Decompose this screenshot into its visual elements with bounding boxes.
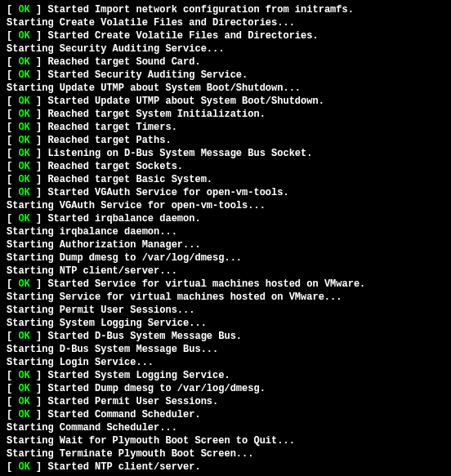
status-ok: OK [18, 213, 29, 225]
status-bracket-close: ] [30, 96, 48, 107]
status-bracket-open: [ [7, 109, 18, 120]
boot-log-line: Starting Authorization Manager... [7, 238, 444, 251]
boot-log-message: Starting NTP client/server... [7, 265, 177, 277]
boot-log-output: [ OK ] Started Import network configurat… [7, 3, 444, 474]
status-ok: OK [18, 96, 29, 107]
status-ok: OK [18, 187, 29, 198]
boot-log-line: Starting VGAuth Service for open-vm-tool… [7, 199, 444, 212]
boot-log-line: [ OK ] Started Security Auditing Service… [7, 69, 444, 82]
status-bracket-close: ] [30, 187, 48, 198]
boot-log-message: Starting Service for virtual machines ho… [7, 291, 342, 303]
boot-log-message: Starting Update UTMP about System Boot/S… [7, 82, 301, 94]
status-ok: OK [18, 30, 29, 42]
status-bracket-close: ] [30, 383, 48, 394]
status-bracket-close: ] [30, 135, 48, 146]
status-bracket-open: [ [7, 122, 18, 133]
boot-log-message: Started VGAuth Service for open-vm-tools… [47, 187, 288, 198]
boot-log-line: [ OK ] Started Create Volatile Files and… [7, 29, 444, 42]
boot-log-line: Starting Security Auditing Service... [7, 42, 444, 56]
boot-log-message: Started System Logging Service. [47, 370, 230, 381]
status-ok: OK [18, 174, 29, 185]
status-bracket-close: ] [30, 161, 48, 172]
status-ok: OK [18, 56, 29, 68]
boot-log-message: Started Create Volatile Files and Direct… [47, 30, 318, 42]
boot-log-line: Starting Update UTMP about System Boot/S… [7, 82, 444, 95]
boot-log-message: Started Service for virtual machines hos… [47, 278, 365, 290]
status-bracket-close: ] [30, 278, 48, 290]
boot-log-message: Starting Authorization Manager... [7, 239, 201, 251]
status-ok: OK [18, 278, 29, 290]
status-bracket-open: [ [7, 278, 18, 290]
boot-log-message: Starting Permit User Sessions... [7, 305, 194, 316]
status-bracket-open: [ [7, 187, 18, 198]
boot-log-line: Starting D-Bus System Message Bus... [7, 343, 444, 356]
boot-log-line: Starting irqbalance daemon... [7, 225, 444, 238]
boot-log-line: Starting Service for virtual machines ho… [7, 291, 444, 304]
boot-log-line: Starting Dump dmesg to /var/log/dmesg... [7, 251, 444, 265]
status-bracket-open: [ [7, 161, 18, 172]
boot-log-message: Reached target Sound Card. [47, 56, 200, 68]
status-bracket-open: [ [7, 135, 18, 146]
boot-log-line: [ OK ] Started Import network configurat… [7, 3, 444, 16]
status-bracket-close: ] [30, 148, 48, 159]
status-ok: OK [18, 4, 29, 16]
boot-log-message: Starting VGAuth Service for open-vm-tool… [7, 200, 266, 211]
status-ok: OK [18, 148, 29, 159]
boot-log-message: Reached target Sockets. [47, 161, 183, 172]
status-ok: OK [18, 122, 29, 133]
status-bracket-open: [ [7, 148, 18, 159]
boot-log-message: Reached target Basic System. [47, 174, 212, 185]
boot-log-line: [ OK ] Reached target Sockets. [7, 160, 444, 173]
boot-log-line: Starting Terminate Plymouth Boot Screen.… [7, 447, 444, 460]
boot-log-message: Started Dump dmesg to /var/log/dmesg. [47, 383, 265, 394]
boot-log-line: Starting Wait for Plymouth Boot Screen t… [7, 434, 444, 447]
boot-log-message: Started Command Scheduler. [47, 409, 200, 420]
boot-log-line: [ OK ] Started Service for virtual machi… [7, 278, 444, 291]
status-ok: OK [18, 69, 29, 81]
status-bracket-close: ] [30, 396, 48, 407]
boot-log-message: Reached target Paths. [47, 135, 171, 146]
status-ok: OK [18, 409, 29, 420]
status-bracket-close: ] [30, 370, 48, 381]
boot-log-message: Started Update UTMP about System Boot/Sh… [47, 96, 324, 107]
boot-log-message: Started Import network configuration fro… [47, 4, 353, 16]
boot-log-line: [ OK ] Reached target Basic System. [7, 173, 444, 186]
status-bracket-close: ] [30, 4, 48, 16]
status-ok: OK [18, 461, 29, 473]
status-ok: OK [18, 370, 29, 381]
boot-log-line: [ OK ] Started NTP client/server. [7, 460, 444, 474]
status-bracket-close: ] [30, 409, 48, 420]
status-bracket-open: [ [7, 96, 18, 107]
boot-log-line: [ OK ] Started Permit User Sessions. [7, 395, 444, 408]
boot-log-line: [ OK ] Started System Logging Service. [7, 369, 444, 382]
boot-log-message: Reached target Timers. [47, 122, 176, 133]
boot-log-line: [ OK ] Started Dump dmesg to /var/log/dm… [7, 382, 444, 395]
status-bracket-open: [ [7, 409, 18, 420]
status-bracket-open: [ [7, 331, 18, 342]
status-bracket-close: ] [30, 213, 48, 225]
boot-log-line: [ OK ] Reached target Timers. [7, 121, 444, 134]
status-bracket-open: [ [7, 396, 18, 407]
status-ok: OK [18, 396, 29, 407]
boot-log-line: [ OK ] Started Command Scheduler. [7, 408, 444, 421]
boot-log-message: Started Security Auditing Service. [47, 69, 248, 81]
boot-log-message: Starting irqbalance daemon... [7, 226, 177, 238]
status-bracket-open: [ [7, 461, 18, 473]
boot-log-message: Started D-Bus System Message Bus. [47, 331, 242, 342]
boot-log-line: [ OK ] Reached target Sound Card. [7, 56, 444, 69]
boot-log-message: Started irqbalance daemon. [47, 213, 200, 225]
status-ok: OK [18, 331, 29, 342]
status-bracket-open: [ [7, 69, 18, 81]
boot-log-line: Starting Login Service... [7, 356, 444, 369]
boot-log-line: Starting System Logging Service... [7, 317, 444, 330]
boot-log-line: [ OK ] Started D-Bus System Message Bus. [7, 330, 444, 343]
status-bracket-close: ] [30, 331, 48, 342]
status-bracket-open: [ [7, 30, 18, 42]
boot-log-line: [ OK ] Started Update UTMP about System … [7, 95, 444, 108]
status-bracket-close: ] [30, 30, 48, 42]
boot-log-message: Starting D-Bus System Message Bus... [7, 344, 218, 355]
status-bracket-open: [ [7, 4, 18, 16]
status-bracket-open: [ [7, 370, 18, 381]
boot-log-message: Starting Wait for Plymouth Boot Screen t… [7, 435, 295, 447]
boot-log-message: Starting Terminate Plymouth Boot Screen.… [7, 448, 253, 460]
